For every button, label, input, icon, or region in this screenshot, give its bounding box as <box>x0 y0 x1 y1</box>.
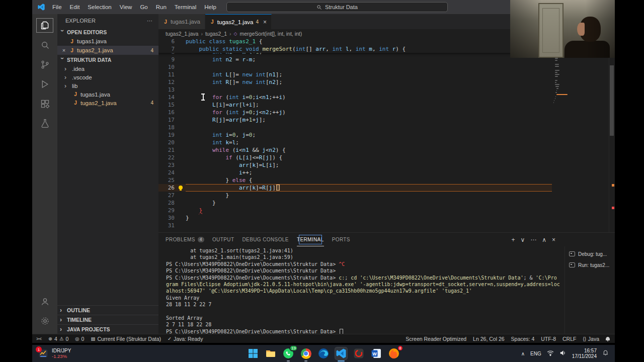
menu-selection[interactable]: Selection <box>84 3 115 12</box>
open-editor-tugas2_1.java[interactable]: ×Jtugas2_1.java4 <box>57 46 158 55</box>
code-line-19[interactable]: 19 int i=0, j=0; <box>158 131 552 139</box>
taskbar-vscode-icon[interactable] <box>335 347 348 360</box>
launch-profile-dropdown-icon[interactable]: ∨ <box>520 236 525 243</box>
close-icon[interactable]: × <box>61 47 67 53</box>
menu-run[interactable]: Run <box>152 3 171 12</box>
code-line-10[interactable]: 10 <box>158 63 552 71</box>
close-panel-icon[interactable]: × <box>552 236 555 243</box>
activity-explorer-icon[interactable] <box>34 16 56 35</box>
panel-tab-debug-console[interactable]: DEBUG CONSOLE <box>242 233 288 246</box>
breadcrumb-item[interactable]: mergeSort(int[], int, int, int) <box>240 31 302 37</box>
terminal-session-item[interactable]: Debug: tug... <box>569 248 615 259</box>
taskbar-acrobat-icon[interactable] <box>352 347 365 360</box>
tab-close-icon[interactable]: × <box>263 19 267 26</box>
minimap[interactable] <box>553 54 565 105</box>
panel-tab-terminal[interactable]: TERMINAL <box>297 233 324 246</box>
code-line-17[interactable]: 17 R[j]=arr[m+1+j]; <box>158 116 552 124</box>
taskbar-word-icon[interactable]: W <box>370 347 383 360</box>
code-line-9[interactable]: 9 int n2 = r-m; <box>158 56 552 63</box>
code-line-11[interactable]: 11 int L[]= new int[n1]; <box>158 71 552 78</box>
panel-tab-ports[interactable]: PORTS <box>332 233 350 246</box>
more-actions-icon[interactable]: ⋯ <box>147 18 152 24</box>
taskbar-widget[interactable]: 1 IDR/JPY -1.23% <box>32 345 77 362</box>
status-current-file[interactable]: ▤Current File (Struktur Data) <box>91 336 161 342</box>
code-line-30[interactable]: 30} <box>158 214 552 222</box>
code-line-25[interactable]: 25 } else { <box>158 176 552 184</box>
activity-source-control-icon[interactable] <box>34 55 56 74</box>
code-line-13[interactable]: 13 <box>158 86 552 94</box>
terminal-session-item[interactable]: Run: tugas2... <box>569 259 615 270</box>
activity-search-icon[interactable] <box>34 35 56 55</box>
breadcrumb-item[interactable]: tugas2_1.java <box>166 31 198 37</box>
taskbar-firefox-icon[interactable]: 8 <box>387 347 400 360</box>
menu-help[interactable]: Help <box>200 3 220 12</box>
code-line-28[interactable]: 28 } <box>158 199 552 207</box>
code-line-27[interactable]: 27 } <box>158 192 552 199</box>
code-line-14[interactable]: 14 for (int i=0;i<n1;++i) <box>158 94 552 101</box>
code-line-24[interactable]: 24 i++; <box>158 169 552 176</box>
code-editor[interactable]: 6public class tugas2_1 {7 public static … <box>158 38 615 232</box>
code-line-26[interactable]: 26 arr[k]=R[j] <box>158 184 552 192</box>
open-editor-tugas1.java[interactable]: Jtugas1.java <box>57 37 158 46</box>
menu-view[interactable]: View <box>116 3 136 12</box>
code-line-7[interactable]: 7 public static void mergeSort(int[] arr… <box>158 45 552 53</box>
taskbar-explorer-icon[interactable] <box>264 347 277 360</box>
tray-expand-icon[interactable]: ∧ <box>521 351 525 356</box>
open-editors-section[interactable]: › OPEN EDITORS <box>57 27 158 37</box>
code-line-23[interactable]: 23 arr[k]=L[i]; <box>158 161 552 169</box>
status-notifications[interactable] <box>606 337 610 340</box>
status-encoding[interactable]: UTF-8 <box>541 336 556 342</box>
tree-item-tugas1.java[interactable]: Jtugas1.java <box>57 90 158 99</box>
tree-item-.idea[interactable]: ›.idea <box>57 64 158 73</box>
taskbar-start-icon[interactable] <box>247 347 260 360</box>
new-terminal-icon[interactable]: + <box>511 236 515 243</box>
input-language[interactable]: ENG <box>530 351 541 356</box>
more-actions-icon[interactable]: ⋯ <box>530 236 536 243</box>
wifi-icon[interactable] <box>547 349 554 358</box>
code-line-20[interactable]: 20 int k=l; <box>158 139 552 146</box>
code-line-29[interactable]: 29 } <box>158 207 552 214</box>
section-timeline[interactable]: ›TIMELINE <box>57 315 158 324</box>
status-ports[interactable]: ◎0 <box>75 336 84 342</box>
scrollbar-thumb[interactable] <box>610 65 614 136</box>
code-line-16[interactable]: 16 for (int j=0;j<n2;++j) <box>158 109 552 116</box>
code-line-22[interactable]: 22 if (L[i]<=R[j]) { <box>158 154 552 161</box>
menu-terminal[interactable]: Terminal <box>171 3 200 12</box>
panel-tab-problems[interactable]: PROBLEMS4 <box>166 233 204 246</box>
status-language[interactable]: {}Java <box>583 336 599 342</box>
status-java-status[interactable]: ✓Java: Ready <box>168 336 203 342</box>
code-line-12[interactable]: 12 int R[]= new int[n2]; <box>158 78 552 86</box>
breadcrumb-item[interactable]: tugas2_1 <box>205 31 227 37</box>
folder-section[interactable]: › STRUKTUR DATA <box>57 55 158 64</box>
activity-account-icon[interactable] <box>34 292 56 311</box>
status-remote[interactable]: >< <box>36 336 42 341</box>
tab-tugas2_1.java[interactable]: Jtugas2_1.java4× <box>205 14 272 29</box>
tray-clock[interactable]: 16:57 17/11/2024 <box>572 348 597 359</box>
volume-icon[interactable] <box>559 349 567 358</box>
section-java-projects[interactable]: ›JAVA PROJECTS <box>57 324 158 334</box>
taskbar-edge-icon[interactable] <box>317 347 330 360</box>
status-problems[interactable]: ⊗4⚠0 <box>48 336 68 342</box>
activity-settings-icon[interactable] <box>34 311 56 331</box>
tree-item-lib[interactable]: ›lib <box>57 81 158 90</box>
taskbar-chrome-icon[interactable] <box>299 347 312 360</box>
lightbulb-icon[interactable] <box>179 186 183 190</box>
code-line-15[interactable]: 15 L[i]=arr[l+i]; <box>158 101 552 109</box>
panel-tab-output[interactable]: OUTPUT <box>212 233 234 246</box>
activity-extensions-icon[interactable] <box>34 94 56 114</box>
status-screen-reader[interactable]: Screen Reader Optimized <box>406 336 466 342</box>
code-line-31[interactable]: 31 <box>158 222 552 229</box>
code-line-21[interactable]: 21 while (i<n1 && j<n2) { <box>158 146 552 154</box>
command-center-search[interactable]: Struktur Data <box>226 2 448 12</box>
terminal-output[interactable]: at tugas2_1.sort(tugas2_1.java:41) at tu… <box>158 246 565 334</box>
code-line-6[interactable]: 6public class tugas2_1 { <box>158 38 552 45</box>
tab-tugas1.java[interactable]: Jtugas1.java <box>158 14 205 29</box>
section-outline[interactable]: ›OUTLINE <box>57 305 158 315</box>
status-cursor-position[interactable]: Ln 26, Col 26 <box>473 336 504 342</box>
status-indentation[interactable]: Spaces: 4 <box>511 336 535 342</box>
menu-file[interactable]: File <box>48 3 66 12</box>
tree-item-tugas2_1.java[interactable]: Jtugas2_1.java4 <box>57 99 158 107</box>
activity-run-debug-icon[interactable] <box>34 74 56 94</box>
tree-item-.vscode[interactable]: ›.vscode <box>57 73 158 81</box>
notifications-bell-icon[interactable] <box>602 349 609 358</box>
